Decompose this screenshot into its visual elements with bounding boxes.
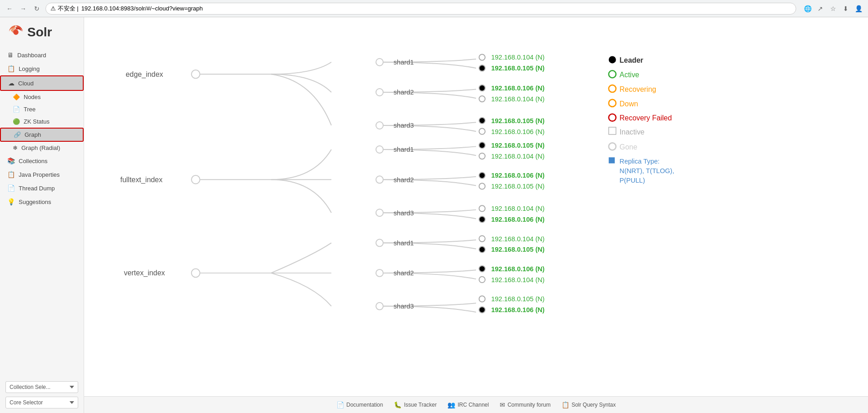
sidebar-item-collections[interactable]: 📚 Collections [0,154,84,168]
replica-node-leader[interactable] [479,216,485,222]
replica-label-leader: 192.168.0.105 (N) [491,65,545,72]
replica-node[interactable] [479,236,485,242]
sidebar-item-zk-status-label: ZK Status [24,118,50,125]
replica-label-leader: 192.168.0.105 (N) [491,117,545,124]
replica-label-leader: 192.168.0.106 (N) [491,172,545,179]
sidebar-item-logging-label: Logging [19,65,40,72]
java-properties-icon: 📋 [7,171,15,178]
shard-label: shard1 [394,146,414,153]
sidebar-item-thread-dump-label: Thread Dump [19,185,55,192]
replica-node[interactable] [479,183,485,189]
replica-node[interactable] [479,153,485,159]
shard-node[interactable] [376,269,383,277]
collection-label-fulltext-index: fulltext_index [120,176,163,184]
shard-label: shard2 [394,176,414,184]
sidebar-item-cloud-label: Cloud [18,80,34,87]
replica-node-leader[interactable] [479,172,485,178]
sidebar-item-thread-dump[interactable]: 📄 Thread Dump [0,181,84,195]
back-button[interactable]: ← [5,4,15,14]
replica-node-leader[interactable] [479,307,485,313]
suggestions-icon: 💡 [7,198,15,205]
footer-community-forum[interactable]: ✉ Community forum [500,401,551,408]
app-container: Solr 🖥 Dashboard 📋 Logging ☁ Cloud 🔶 Nod… [0,17,868,413]
legend-replica-type-p: P(PULL) [620,177,645,184]
shard-node[interactable] [376,146,383,153]
replica-label: 192.168.0.104 (N) [491,276,545,284]
collection-node-fulltext-index[interactable] [191,175,200,184]
sidebar-item-graph-radial[interactable]: ❄ Graph (Radial) [0,142,84,154]
shard-node[interactable] [376,59,383,66]
solr-query-syntax-icon: 📋 [562,401,569,408]
sidebar-item-nodes[interactable]: 🔶 Nodes [0,91,84,103]
svg-rect-9 [609,127,616,134]
sidebar-item-zk-status[interactable]: 🟢 ZK Status [0,115,84,128]
replica-label: 192.168.0.104 (N) [491,95,545,103]
reload-button[interactable]: ↻ [32,4,42,14]
collection-node-edge-index[interactable] [191,70,200,79]
address-bar[interactable]: ⚠ 不安全 | 192.168.0.104:8983/solr/#/~cloud… [45,3,796,15]
footer-issue-tracker[interactable]: 🐛 Issue Tracker [394,401,437,408]
browser-actions: 🌐 ↗ ☆ ⬇ 👤 [803,4,863,14]
footer-irc-channel[interactable]: 👥 IRC Channel [447,401,489,408]
shard-node[interactable] [376,176,383,183]
replica-label-leader: 192.168.0.105 (N) [491,142,545,149]
sidebar-item-cloud[interactable]: ☁ Cloud [0,75,84,91]
sidebar-dropdowns: Collection Sele... Core Selector [0,377,84,413]
replica-node[interactable] [479,129,485,134]
logging-icon: 📋 [7,65,15,72]
sidebar-nav: 🖥 Dashboard 📋 Logging ☁ Cloud 🔶 Nodes 📄 … [0,45,84,377]
sidebar-item-tree[interactable]: 📄 Tree [0,103,84,115]
replica-label: 192.168.0.105 (N) [491,295,545,303]
footer-documentation[interactable]: 📄 Documentation [336,401,383,408]
legend-recovering-label: Recovering [620,85,656,93]
replica-node[interactable] [479,205,485,211]
sidebar-item-collections-label: Collections [19,158,48,164]
replica-node-leader[interactable] [479,266,485,272]
logo-text: Solr [27,25,52,40]
sidebar-item-suggestions[interactable]: 💡 Suggestions [0,195,84,209]
replica-node-leader[interactable] [479,65,485,71]
shard-node[interactable] [376,303,383,310]
sidebar-item-java-properties[interactable]: 📋 Java Properties [0,168,84,181]
shard-node[interactable] [376,209,383,216]
replica-node-leader[interactable] [479,142,485,148]
replica-node[interactable] [479,296,485,302]
replica-node-leader[interactable] [479,247,485,253]
core-selector[interactable]: Core Selector [5,397,78,408]
footer-community-forum-label: Community forum [507,402,551,408]
replica-node[interactable] [479,277,485,283]
shard-node[interactable] [376,239,383,247]
sidebar-item-java-properties-label: Java Properties [19,171,60,178]
collection-node-vertex-index[interactable] [191,269,200,278]
replica-label: 192.168.0.105 (N) [491,183,545,190]
shard-node[interactable] [376,89,383,96]
svg-point-10 [609,143,616,150]
replica-label-leader: 192.168.0.106 (N) [491,306,545,313]
graph-radial-icon: ❄ [13,144,18,151]
sidebar-item-logging[interactable]: 📋 Logging [0,62,84,75]
collection-label-edge-index: edge_index [125,70,163,79]
sidebar: Solr 🖥 Dashboard 📋 Logging ☁ Cloud 🔶 Nod… [0,17,84,413]
footer-solr-query-syntax-label: Solr Query Syntax [572,402,616,408]
svg-point-4 [609,56,616,63]
translate-button[interactable]: 🌐 [803,4,813,14]
graph-legend: Leader Active Recovering Down Recovery F… [609,56,674,184]
share-button[interactable]: ↗ [815,4,825,14]
replica-node-leader[interactable] [479,85,485,91]
bookmark-button[interactable]: ☆ [828,4,838,14]
replica-node-leader[interactable] [479,118,485,124]
sidebar-item-graph[interactable]: 🔗 Graph [0,128,84,142]
profile-button[interactable]: 👤 [853,4,863,14]
replica-node[interactable] [479,54,485,60]
collection-selector[interactable]: Collection Sele... [5,381,78,393]
replica-node[interactable] [479,96,485,102]
extensions-button[interactable]: ⬇ [841,4,851,14]
shard-node[interactable] [376,122,383,129]
replica-label-leader: 192.168.0.106 (N) [491,85,545,92]
footer-solr-query-syntax[interactable]: 📋 Solr Query Syntax [562,401,616,408]
legend-gone-label: Gone [620,143,637,151]
sidebar-item-graph-label: Graph [25,131,41,138]
sidebar-item-dashboard[interactable]: 🖥 Dashboard [0,48,84,62]
forward-button[interactable]: → [18,4,28,14]
security-warning: ⚠ 不安全 | [50,5,79,13]
